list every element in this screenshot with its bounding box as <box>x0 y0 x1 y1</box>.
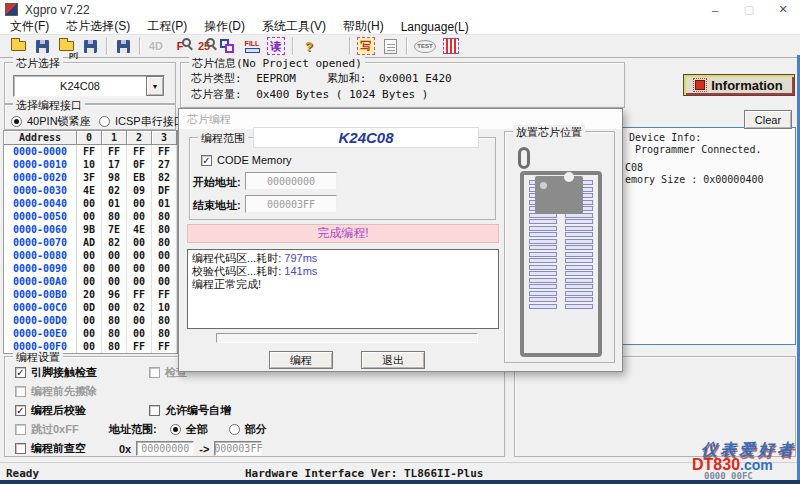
hex-cell[interactable]: 80 <box>152 236 177 249</box>
checkbox-checked-icon[interactable]: ✓ <box>15 405 26 416</box>
save-file-icon[interactable] <box>30 36 54 56</box>
hex-cell[interactable]: 00 <box>152 275 177 288</box>
hex-cell[interactable]: AD <box>77 236 102 249</box>
table-row[interactable]: 0000-004000010001 <box>4 197 177 210</box>
table-row[interactable]: 0000-0000FFFFFFFF <box>4 145 177 158</box>
table-row[interactable]: 0000-00609B7E4E80 <box>4 223 177 236</box>
radio-part-icon[interactable] <box>229 424 240 435</box>
hex-cell[interactable]: 00 <box>102 301 127 314</box>
hex-cell[interactable]: 00 <box>77 327 102 340</box>
radio-icon[interactable] <box>11 116 22 127</box>
checkbox-checked-icon[interactable]: ✓ <box>201 155 212 166</box>
hex-cell[interactable]: FF <box>127 145 152 158</box>
menu-project[interactable]: 工程(P) <box>147 18 187 35</box>
hex-cell[interactable]: FF <box>77 145 102 158</box>
chip-select-combobox[interactable]: K24C08 ▼ <box>13 75 165 97</box>
open-file-icon[interactable] <box>6 36 30 56</box>
check-blank-check[interactable]: 编程前查空 <box>15 441 86 456</box>
hex-cell[interactable]: 0F <box>127 158 152 171</box>
check-auto-increment[interactable]: 允许编号自增 <box>149 403 231 418</box>
hex-cell[interactable]: 80 <box>102 314 127 327</box>
hex-cell[interactable]: FF <box>152 340 177 353</box>
fill-block-icon[interactable]: FILL <box>240 36 264 56</box>
table-row[interactable]: 0000-005000800080 <box>4 210 177 223</box>
search-25-icon[interactable]: 25 <box>192 36 216 56</box>
hex-cell[interactable]: 00 <box>77 314 102 327</box>
ic-test-icon[interactable] <box>439 36 463 56</box>
hex-cell[interactable]: 00 <box>127 249 152 262</box>
hex-cell[interactable]: 00 <box>77 197 102 210</box>
hex-cell[interactable]: 00 <box>127 210 152 223</box>
table-row[interactable]: 0000-00C00D000210 <box>4 301 177 314</box>
open-project-icon[interactable]: prj <box>54 36 78 56</box>
hex-cell[interactable]: 00 <box>102 262 127 275</box>
hex-cell[interactable]: 00 <box>127 262 152 275</box>
hex-cell[interactable]: EB <box>127 171 152 184</box>
checkbox-icon[interactable] <box>149 405 160 416</box>
write-chip-icon[interactable]: 写 <box>354 36 378 56</box>
menu-select-ic[interactable]: 芯片选择(S) <box>66 18 130 35</box>
hex-cell[interactable]: 4E <box>77 184 102 197</box>
hex-cell[interactable]: 10 <box>152 301 177 314</box>
hex-cell[interactable]: 02 <box>127 301 152 314</box>
hex-cell[interactable]: 80 <box>102 327 127 340</box>
check-verify-after[interactable]: ✓编程后校验 <box>15 403 86 418</box>
hex-cell[interactable]: 27 <box>152 158 177 171</box>
minimize-button[interactable]: – <box>698 0 732 19</box>
hex-cell[interactable]: FF <box>152 288 177 301</box>
radio-icon[interactable] <box>99 116 110 127</box>
hex-cell[interactable]: 00 <box>127 197 152 210</box>
table-row[interactable]: 0000-00B02096FFFF <box>4 288 177 301</box>
checkbox-icon[interactable] <box>15 443 26 454</box>
hex-cell[interactable]: FF <box>127 340 152 353</box>
hex-cell[interactable]: 00 <box>77 210 102 223</box>
table-row[interactable]: 0000-00E000800080 <box>4 327 177 340</box>
hex-cell[interactable]: DF <box>152 184 177 197</box>
table-row[interactable]: 0000-00A000000000 <box>4 275 177 288</box>
hex-cell[interactable]: 0D <box>77 301 102 314</box>
hex-cell[interactable]: 01 <box>152 197 177 210</box>
radio-40pin[interactable]: 40PIN锁紧座 <box>11 114 91 129</box>
clear-button[interactable]: Clear <box>744 110 792 129</box>
hex-cell[interactable]: 3F <box>77 171 102 184</box>
hex-cell[interactable]: 00 <box>77 262 102 275</box>
fill-ff-search-icon[interactable]: F <box>168 36 192 56</box>
radio-icsp[interactable]: ICSP串行接口 <box>99 114 185 129</box>
hex-cell[interactable]: 00 <box>127 236 152 249</box>
table-row[interactable]: 0000-00D000800080 <box>4 314 177 327</box>
range-from-input[interactable]: 00000000 <box>136 441 194 456</box>
help-icon[interactable]: ? <box>297 36 321 56</box>
hex-cell[interactable]: 01 <box>102 197 127 210</box>
hex-cell[interactable]: 00 <box>152 262 177 275</box>
hex-cell[interactable]: 98 <box>102 171 127 184</box>
hex-cell[interactable]: FF <box>152 145 177 158</box>
hex-cell[interactable]: 00 <box>77 249 102 262</box>
table-row[interactable]: 0000-00203F98EB82 <box>4 171 177 184</box>
hex-cell[interactable]: 7E <box>102 223 127 236</box>
hex-cell[interactable]: 80 <box>152 223 177 236</box>
hex-cell[interactable]: 9B <box>77 223 102 236</box>
table-row[interactable]: 0000-001010170F27 <box>4 158 177 171</box>
radio-all-icon[interactable] <box>170 424 181 435</box>
hex-cell[interactable]: 00 <box>127 275 152 288</box>
hex-cell[interactable]: FF <box>127 288 152 301</box>
program-button[interactable]: 编程 <box>269 351 333 369</box>
hex-cell[interactable]: 96 <box>102 288 127 301</box>
hex-cell[interactable]: 80 <box>152 327 177 340</box>
edit-note-icon[interactable] <box>378 36 402 56</box>
menu-device[interactable]: 操作(D) <box>204 18 245 35</box>
hex-cell[interactable]: 00 <box>127 314 152 327</box>
hex-cell[interactable]: FF <box>102 145 127 158</box>
hex-cell[interactable]: 10 <box>77 158 102 171</box>
menu-file[interactable]: 文件(F) <box>10 18 49 35</box>
range-to-input[interactable]: 000003FF <box>214 441 262 456</box>
menu-language[interactable]: Language(L) <box>401 20 469 34</box>
close-button[interactable]: ✕ <box>766 0 800 19</box>
save-buffer-icon[interactable] <box>111 36 135 56</box>
copy-block-icon[interactable] <box>216 36 240 56</box>
hex-cell[interactable]: 00 <box>152 249 177 262</box>
hex-cell[interactable]: 80 <box>102 210 127 223</box>
menu-help[interactable]: 帮助(H) <box>343 18 384 35</box>
table-row[interactable]: 0000-00304E0209DF <box>4 184 177 197</box>
table-row[interactable]: 0000-0070AD820080 <box>4 236 177 249</box>
